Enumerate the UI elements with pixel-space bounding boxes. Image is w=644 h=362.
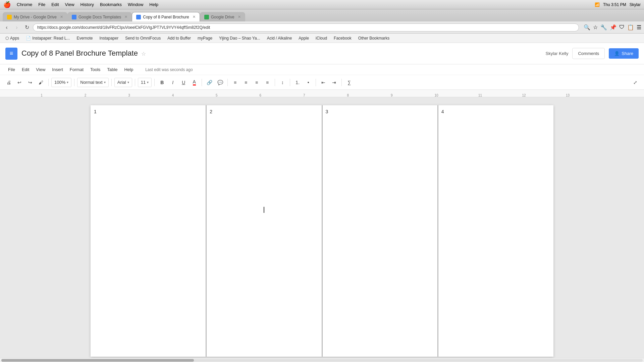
zoom-dropdown[interactable]: 100% ▾ (51, 78, 71, 87)
linespacing-button[interactable]: ↕ (278, 78, 287, 87)
edit-menu[interactable]: Edit (51, 2, 59, 7)
bookmark-facebook[interactable]: Facebook (331, 35, 354, 41)
address-bar[interactable]: https://docs.google.com/document/d/18vFR… (33, 23, 579, 32)
refresh-button[interactable]: ↻ (23, 23, 31, 32)
panel-2[interactable]: 2 (206, 105, 322, 357)
menu-format[interactable]: Format (67, 66, 86, 73)
bookmark-instapaper2[interactable]: Instapaper (97, 35, 121, 41)
back-button[interactable]: ‹ (3, 23, 11, 32)
view-menu[interactable]: View (65, 2, 74, 7)
history-menu[interactable]: History (80, 2, 94, 7)
bottom-scrollbar[interactable] (0, 358, 644, 362)
bookmark-label-omnifocus: Send to OmniFocus (125, 36, 161, 41)
menu-icon[interactable]: ☰ (637, 24, 641, 31)
share-button[interactable]: 👤 Share (609, 48, 639, 59)
bookmarks-menu[interactable]: Bookmarks (100, 2, 122, 7)
forward-button[interactable]: › (13, 23, 21, 32)
hamburger-icon: ≡ (10, 50, 13, 57)
bookmark-acid[interactable]: Acid / Alkaline (264, 35, 295, 41)
bookmark-evernote[interactable]: Evernote (74, 35, 95, 41)
docs-menu: File Edit View Insert Format Tools Table… (0, 64, 644, 75)
undo-button[interactable]: ↩ (15, 78, 24, 87)
clock: Thu 3:51 PM (603, 2, 626, 7)
bookmark-label-instapaper2: Instapaper (99, 36, 118, 41)
panel-4[interactable]: 4 (438, 105, 553, 357)
scroll-thumb[interactable] (1, 359, 194, 362)
comment-button[interactable]: 💬 (215, 78, 225, 87)
collapse-button[interactable]: ⤢ (631, 78, 640, 87)
tab-close-brochure[interactable]: ✕ (193, 15, 196, 19)
tab-close-mydrive[interactable]: ✕ (60, 15, 63, 19)
panel-3[interactable]: 3 (322, 105, 438, 357)
doc-content[interactable]: 1 2 3 4 (0, 97, 644, 358)
style-dropdown[interactable]: Normal text ▾ (77, 78, 108, 87)
extension-icon-3[interactable]: 🛡 (619, 24, 625, 31)
menu-edit[interactable]: Edit (19, 66, 32, 73)
chrome-menu[interactable]: Chrome (17, 2, 32, 7)
apple-menu[interactable]: 🍎 (3, 1, 11, 8)
scroll-track[interactable] (1, 359, 643, 362)
align-right-button[interactable]: ≡ (252, 78, 261, 87)
tab-mydrive[interactable]: My Drive - Google Drive ✕ (3, 12, 67, 21)
font-arrow: ▾ (127, 80, 129, 84)
paintformat-button[interactable]: 🖌 (36, 78, 46, 87)
indent-left-button[interactable]: ⇤ (319, 78, 328, 87)
menu-tools[interactable]: Tools (88, 66, 103, 73)
menu-view[interactable]: View (33, 66, 48, 73)
textcolor-button[interactable]: A (190, 78, 199, 87)
panel-1[interactable]: 1 (91, 105, 206, 357)
extension-icon-2[interactable]: 📌 (610, 24, 616, 31)
bookmark-label-apps: Apps (10, 36, 19, 41)
align-center-button[interactable]: ≡ (241, 78, 251, 87)
bookmark-yijing[interactable]: Yijing Dao – Shao Ya... (216, 35, 263, 41)
bookmark-apps[interactable]: ⬡ Apps (3, 35, 22, 41)
docs-logo: ≡ (5, 48, 17, 60)
extension-icon-4[interactable]: 📋 (627, 24, 634, 31)
align-left-button[interactable]: ≡ (230, 78, 240, 87)
list-bullet-button[interactable]: • (304, 78, 313, 87)
menu-file[interactable]: File (5, 66, 18, 73)
docs-document-title[interactable]: Copy of 8 Panel Brochure Template (21, 49, 138, 57)
window-menu[interactable]: Window (128, 2, 143, 7)
bookmark-mypage[interactable]: myPage (195, 35, 215, 41)
bookmark-buffer[interactable]: Add to Buffer (165, 35, 194, 41)
bookmark-icloud[interactable]: iCloud (313, 35, 330, 41)
ruler: 1 2 3 4 5 6 7 8 9 10 11 12 13 (0, 90, 644, 97)
search-icon[interactable]: 🔍 (584, 24, 590, 31)
comments-button[interactable]: Comments (572, 48, 605, 59)
size-dropdown[interactable]: 11 ▾ (138, 78, 152, 87)
bookmark-instapaper[interactable]: 📄 Instapaper: Read L... (23, 35, 72, 41)
formula-button[interactable]: ∑ (344, 78, 354, 87)
star-icon[interactable]: ☆ (593, 24, 598, 31)
bookmark-omnifocus[interactable]: Send to OmniFocus (122, 35, 163, 41)
tab-drive2[interactable]: Google Drive ✕ (200, 12, 245, 21)
menu-help[interactable]: Help (121, 66, 136, 73)
redo-button[interactable]: ↪ (25, 78, 35, 87)
tab-favicon-drive2 (204, 15, 209, 19)
bold-button[interactable]: B (157, 78, 167, 87)
tab-close-drive2[interactable]: ✕ (238, 15, 241, 19)
link-button[interactable]: 🔗 (205, 78, 214, 87)
extension-icon-1[interactable]: 🔧 (600, 24, 607, 31)
toolbar-sep-8 (275, 79, 275, 86)
address-icons: 🔍 ☆ 🔧 📌 🛡 📋 ☰ (584, 24, 641, 31)
tab-templates[interactable]: Google Docs Templates ✕ (67, 12, 132, 21)
underline-button[interactable]: U (179, 78, 188, 87)
docs-star-button[interactable]: ☆ (141, 51, 146, 57)
font-dropdown[interactable]: Arial ▾ (114, 78, 132, 87)
indent-right-button[interactable]: ⇥ (329, 78, 339, 87)
list-numbered-button[interactable]: 1. (293, 78, 302, 87)
help-menu[interactable]: Help (149, 2, 158, 7)
tab-brochure[interactable]: Copy of 8 Panel Brochure ✕ (132, 12, 200, 21)
ruler-mark-5: 5 (216, 94, 218, 97)
italic-button[interactable]: I (168, 78, 177, 87)
menu-table[interactable]: Table (104, 66, 120, 73)
print-button[interactable]: 🖨 (4, 78, 13, 87)
menu-insert[interactable]: Insert (49, 66, 66, 73)
text-cursor (264, 207, 264, 213)
bookmark-other[interactable]: Other Bookmarks (356, 35, 392, 41)
bookmark-apple[interactable]: Apple (296, 35, 312, 41)
file-menu[interactable]: File (38, 2, 45, 7)
align-justify-button[interactable]: ≡ (263, 78, 272, 87)
tab-close-templates[interactable]: ✕ (124, 15, 127, 19)
